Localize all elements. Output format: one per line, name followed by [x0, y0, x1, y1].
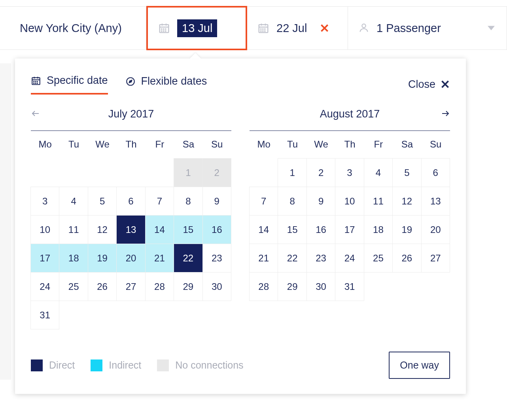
one-way-button[interactable]: One way — [389, 352, 450, 379]
month-header: July 2017 — [31, 108, 231, 131]
calendar-day[interactable]: 21 — [145, 244, 174, 272]
tab-flexible-dates[interactable]: Flexible dates — [125, 75, 207, 94]
calendar-day[interactable]: 17 — [335, 215, 364, 244]
month-header: August 2017 — [250, 108, 450, 131]
calendar-day[interactable]: 24 — [335, 244, 364, 272]
calendar-day[interactable]: 8 — [278, 187, 306, 216]
calendar-day[interactable]: 30 — [202, 272, 231, 301]
close-button[interactable]: Close ✕ — [408, 78, 450, 91]
dow-label: We — [307, 139, 335, 150]
calendar-day[interactable]: 25 — [364, 244, 393, 272]
calendar-day[interactable]: 31 — [335, 272, 364, 301]
clear-return-date-icon[interactable]: ✕ — [320, 21, 329, 35]
calendar-cell-empty — [364, 272, 393, 301]
calendar-day[interactable]: 23 — [306, 244, 335, 272]
calendar-day[interactable]: 26 — [392, 244, 421, 272]
calendar-cell-empty — [59, 301, 88, 329]
month-august: August 2017 MoTuWeThFrSaSu 1234567891011… — [250, 108, 450, 329]
calendar-day[interactable]: 22 — [174, 244, 202, 272]
destination-field[interactable]: New York City (Any) — [0, 7, 146, 49]
calendar-day[interactable]: 9 — [306, 187, 335, 216]
calendar-cell-empty — [30, 158, 59, 187]
calendar-day[interactable]: 23 — [202, 244, 231, 272]
calendar-day[interactable]: 4 — [364, 158, 393, 187]
calendar-day[interactable]: 10 — [30, 215, 59, 244]
calendar-day[interactable]: 28 — [145, 272, 174, 301]
calendar-day[interactable]: 7 — [249, 187, 278, 216]
calendar-day[interactable]: 20 — [116, 244, 145, 272]
calendar-day[interactable]: 15 — [174, 215, 202, 244]
calendar-day[interactable]: 17 — [30, 244, 59, 272]
next-month-arrow-icon[interactable] — [441, 109, 450, 118]
calendar-day[interactable]: 16 — [306, 215, 335, 244]
background-strip — [0, 63, 11, 380]
calendar-day[interactable]: 26 — [88, 272, 117, 301]
calendar-day[interactable]: 6 — [421, 158, 450, 187]
calendar-day[interactable]: 1 — [278, 158, 306, 187]
calendar-day[interactable]: 4 — [59, 187, 88, 216]
calendar-day[interactable]: 3 — [335, 158, 364, 187]
depart-date-field[interactable]: 13 Jul — [146, 6, 247, 50]
legend-swatch-noconn — [157, 359, 169, 371]
calendar-day[interactable]: 11 — [364, 187, 393, 216]
svg-point-17 — [261, 31, 261, 32]
calendar-day[interactable]: 18 — [364, 215, 393, 244]
calendar-day[interactable]: 31 — [30, 301, 59, 329]
calendar-day: 2 — [202, 158, 231, 187]
dow-label: Sa — [174, 139, 202, 150]
return-date-value: 22 Jul — [276, 22, 307, 35]
calendar-day[interactable]: 21 — [249, 244, 278, 272]
return-date-field[interactable]: 22 Jul ✕ — [247, 7, 348, 49]
calendar-day[interactable]: 19 — [392, 215, 421, 244]
calendar-day[interactable]: 6 — [116, 187, 145, 216]
calendar-day[interactable]: 12 — [88, 215, 117, 244]
calendar-day[interactable]: 29 — [278, 272, 306, 301]
calendar-day[interactable]: 10 — [335, 187, 364, 216]
calendar-grid: 1234567891011121314151617181920212223242… — [250, 159, 450, 301]
calendar-day[interactable]: 8 — [174, 187, 202, 216]
prev-month-arrow-icon[interactable] — [31, 109, 40, 118]
svg-point-18 — [263, 31, 263, 32]
calendar-day[interactable]: 7 — [145, 187, 174, 216]
day-of-week-header: MoTuWeThFrSaSu — [250, 139, 450, 150]
svg-point-25 — [34, 81, 34, 81]
calendar-day[interactable]: 16 — [202, 215, 231, 244]
svg-point-5 — [163, 29, 164, 30]
calendar-day[interactable]: 29 — [174, 272, 202, 301]
tab-specific-date[interactable]: Specific date — [31, 74, 108, 95]
calendar-day[interactable]: 11 — [59, 215, 88, 244]
calendar-day[interactable]: 2 — [306, 158, 335, 187]
search-bar: New York City (Any) 13 Jul 22 Jul ✕ 1 Pa… — [0, 6, 507, 50]
calendar-day[interactable]: 27 — [421, 244, 450, 272]
calendar-day[interactable]: 18 — [59, 244, 88, 272]
calendar-day[interactable]: 30 — [306, 272, 335, 301]
legend-label-indirect: Indirect — [109, 359, 141, 371]
calendar-day[interactable]: 20 — [421, 215, 450, 244]
calendar-day[interactable]: 9 — [202, 187, 231, 216]
calendar-day[interactable]: 27 — [116, 272, 145, 301]
svg-point-15 — [263, 29, 263, 30]
dow-label: Tu — [278, 139, 306, 150]
calendar-day[interactable]: 13 — [421, 187, 450, 216]
calendar-day[interactable]: 13 — [116, 215, 145, 244]
calendar-day[interactable]: 12 — [392, 187, 421, 216]
calendar-day[interactable]: 5 — [392, 158, 421, 187]
calendar-day[interactable]: 14 — [145, 215, 174, 244]
calendar-day[interactable]: 3 — [30, 187, 59, 216]
calendar-cell-empty — [59, 158, 88, 187]
date-tabs: Specific date Flexible dates Close ✕ — [31, 74, 450, 95]
depart-date-value: 13 Jul — [177, 19, 217, 37]
dow-label: Mo — [31, 139, 59, 150]
calendar-day[interactable]: 24 — [30, 272, 59, 301]
calendar-day[interactable]: 15 — [278, 215, 306, 244]
calendar-cell-empty — [174, 301, 202, 329]
svg-point-26 — [35, 81, 36, 81]
passengers-field[interactable]: 1 Passenger — [348, 7, 507, 49]
calendar-day[interactable]: 22 — [278, 244, 306, 272]
calendar-day[interactable]: 19 — [88, 244, 117, 272]
calendar-day[interactable]: 5 — [88, 187, 117, 216]
calendar-day[interactable]: 28 — [249, 272, 278, 301]
calendar-day[interactable]: 25 — [59, 272, 88, 301]
calendar-day[interactable]: 14 — [249, 215, 278, 244]
dow-label: Fr — [364, 139, 393, 150]
